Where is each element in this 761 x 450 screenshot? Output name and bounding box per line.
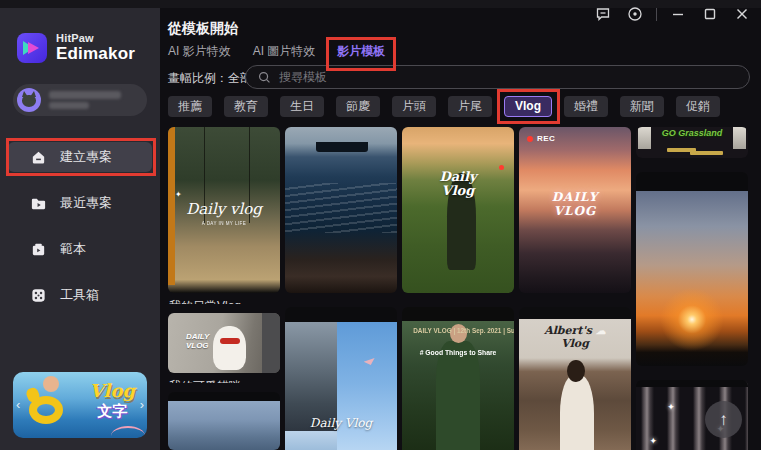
- sparkle-icon: ✦: [175, 190, 182, 199]
- template-card-green-coat[interactable]: DAILY VLOG | 12th Sep. 2021 | Sunny # Go…: [402, 307, 514, 450]
- page-title: 從模板開始: [168, 20, 238, 38]
- aspect-ratio-label: 畫幅比例：全部: [168, 70, 252, 87]
- feedback-icon[interactable]: [592, 4, 614, 24]
- sidebar-item-toolbox[interactable]: 工具箱: [8, 280, 152, 310]
- chip-label: Vlog: [515, 99, 541, 113]
- record-icon[interactable]: [624, 4, 646, 24]
- selfie-clip-graphic: [285, 431, 337, 450]
- tab-bar: AI 影片特效 AI 圖片特效 影片模板: [168, 43, 385, 67]
- chip-education[interactable]: 教育: [224, 96, 268, 117]
- chip-outro[interactable]: 片尾: [448, 96, 492, 117]
- grid-column-5: GO Grassland 我的旅行 Vlog 夏季戶外探險 ✦ ✦ ✦: [636, 127, 748, 450]
- search-bar: [245, 65, 750, 89]
- tab-ai-image-effects[interactable]: AI 圖片特效: [253, 43, 316, 67]
- grid-column-3: Daily Vlog 日常旅行 Vlog DAILY VLOG | 12th S…: [402, 127, 514, 450]
- sidebar-item-label: 工具箱: [60, 286, 99, 304]
- chip-vlog[interactable]: Vlog: [504, 96, 552, 117]
- template-card-ocean-ship[interactable]: [285, 127, 397, 293]
- category-chips: 推薦 教育 生日 節慶 片頭 片尾 Vlog 婚禮 新聞 促銷: [168, 96, 720, 117]
- toolbox-icon: [30, 287, 47, 304]
- template-overlay-title: GO Grassland: [636, 128, 748, 138]
- chip-wedding[interactable]: 婚禮: [564, 96, 608, 117]
- floor-mat-graphic: [690, 151, 724, 155]
- template-card-daily-vlog-swing[interactable]: ✦ Daily vlog A DAY IN MY LIFE: [168, 127, 280, 293]
- template-title: 我的可愛貓咪: [169, 378, 280, 384]
- template-card-grassland[interactable]: GO Grassland: [636, 127, 748, 158]
- template-overlay-line2: VLOG: [519, 204, 631, 218]
- rec-dot-icon: [527, 136, 533, 142]
- template-overlay-line1: DAILY VLOG | 12th Sep. 2021 | Sunny: [413, 328, 503, 335]
- sidebar-item-label: 建立專案: [60, 148, 112, 166]
- chip-promotion[interactable]: 促銷: [676, 96, 720, 117]
- chip-news[interactable]: 新聞: [620, 96, 664, 117]
- user-account[interactable]: [13, 84, 147, 116]
- template-card-summer-outdoor[interactable]: [636, 172, 748, 366]
- template-overlay-title: Daily Vlog: [285, 416, 397, 430]
- search-input[interactable]: [279, 70, 719, 84]
- template-overlay-line2: VLOG: [186, 341, 209, 350]
- grid-column-1: ✦ Daily vlog A DAY IN MY LIFE 我的日常Vlog D…: [168, 127, 280, 450]
- maximize-button[interactable]: [699, 4, 721, 24]
- sidebar-item-label: 範本: [60, 240, 86, 258]
- sidebar: HitPaw Edimakor 建立專案 最近專案 範本: [0, 8, 160, 450]
- arrow-up-icon: ↑: [719, 410, 728, 430]
- template-grid: ✦ Daily vlog A DAY IN MY LIFE 我的日常Vlog D…: [168, 127, 750, 450]
- sidebar-item-create-project[interactable]: 建立專案: [8, 142, 152, 172]
- cat-collar-graphic: [220, 338, 240, 344]
- avatar: [17, 88, 41, 112]
- city-street-graphic: [285, 322, 337, 431]
- brand-name-bottom: Edimakor: [56, 44, 135, 64]
- paper-plane-graphic: [364, 358, 375, 365]
- template-card-partial[interactable]: [168, 392, 280, 450]
- brand-name-top: HitPaw: [56, 32, 135, 44]
- template-card-cute-cat[interactable]: DAILY VLOG: [168, 313, 280, 373]
- create-project-icon: [30, 149, 47, 166]
- template-card-travel-vlog[interactable]: Daily Vlog: [402, 127, 514, 293]
- chip-recommended[interactable]: 推薦: [168, 96, 212, 117]
- grid-column-4: REC DAILY VLOG 日落海灘日常 Vlog Albert's ☁ Vl…: [519, 127, 631, 450]
- sparkle-icon: ✦: [667, 402, 675, 412]
- tab-label: 影片模板: [337, 44, 385, 58]
- promo-title: Vlog: [90, 380, 135, 401]
- template-overlay-line1: Albert's: [544, 324, 592, 337]
- cat-avatar-icon: [22, 95, 36, 107]
- chip-festival[interactable]: 節慶: [336, 96, 380, 117]
- titlebar-separator: [656, 8, 657, 21]
- close-button[interactable]: [731, 4, 753, 24]
- child-graphic: [43, 376, 59, 392]
- template-card-alberts-vlog[interactable]: Albert's ☁ Vlog: [519, 307, 631, 450]
- promo-banner[interactable]: Vlog 文字 ‹ ›: [13, 372, 147, 438]
- username-redacted: [49, 91, 121, 99]
- carousel-next-icon[interactable]: ›: [140, 398, 144, 411]
- template-overlay-line1: DAILY: [186, 332, 209, 341]
- sidebar-item-label: 最近專案: [60, 194, 112, 212]
- template-overlay-subtitle: A DAY IN MY LIFE: [199, 221, 249, 226]
- coaster-graphic: [111, 426, 145, 438]
- template-overlay-line2: # Good Things to Share: [410, 348, 505, 356]
- template-overlay-line1: Daily: [402, 170, 514, 184]
- template-overlay-line2: Vlog: [402, 184, 514, 198]
- tab-ai-video-effects[interactable]: AI 影片特效: [168, 43, 231, 67]
- template-title: 我的日常Vlog: [169, 298, 280, 304]
- edimakor-logo-icon: [17, 33, 47, 63]
- chip-birthday[interactable]: 生日: [280, 96, 324, 117]
- template-overlay-title: Daily vlog: [168, 200, 280, 218]
- sidebar-nav: 建立專案 最近專案 範本 工具箱: [0, 142, 160, 319]
- template-overlay-line2: Vlog: [519, 337, 631, 350]
- minimize-button[interactable]: [667, 4, 689, 24]
- template-overlay-line1: DAILY: [519, 190, 631, 204]
- chip-intro[interactable]: 片頭: [392, 96, 436, 117]
- tab-video-templates[interactable]: 影片模板: [337, 43, 385, 67]
- template-card-city-collage[interactable]: Daily Vlog: [285, 307, 397, 450]
- sparkle-icon: ✦: [649, 436, 657, 446]
- sidebar-item-recent-projects[interactable]: 最近專案: [8, 188, 152, 218]
- template-card-sunset-beach[interactable]: REC DAILY VLOG: [519, 127, 631, 293]
- sidebar-item-templates[interactable]: 範本: [8, 234, 152, 264]
- username-redacted-line2: [49, 102, 89, 109]
- scroll-to-top-button[interactable]: ↑: [705, 401, 742, 438]
- grid-column-2: 與海浪相伴的愛 Daily Vlog: [285, 127, 397, 450]
- templates-icon: [30, 241, 47, 258]
- app-logo: HitPaw Edimakor: [17, 32, 135, 64]
- cloud-icon: ☁: [596, 325, 606, 336]
- carousel-prev-icon[interactable]: ‹: [16, 398, 20, 411]
